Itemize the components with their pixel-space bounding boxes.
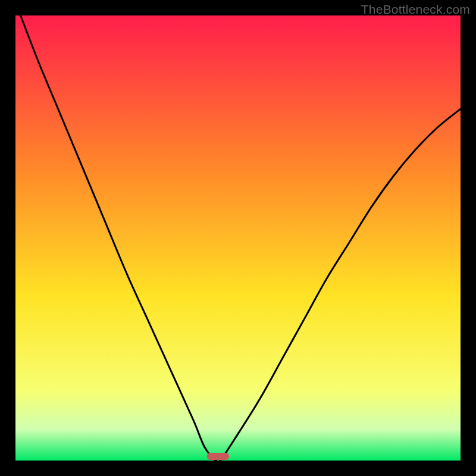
minimum-marker: [207, 453, 229, 460]
chart-frame: TheBottleneck.com: [0, 0, 476, 476]
watermark-text: TheBottleneck.com: [361, 2, 470, 17]
chart-svg: [15, 15, 461, 461]
gradient-background: [15, 15, 461, 461]
plot-area: [15, 15, 461, 461]
